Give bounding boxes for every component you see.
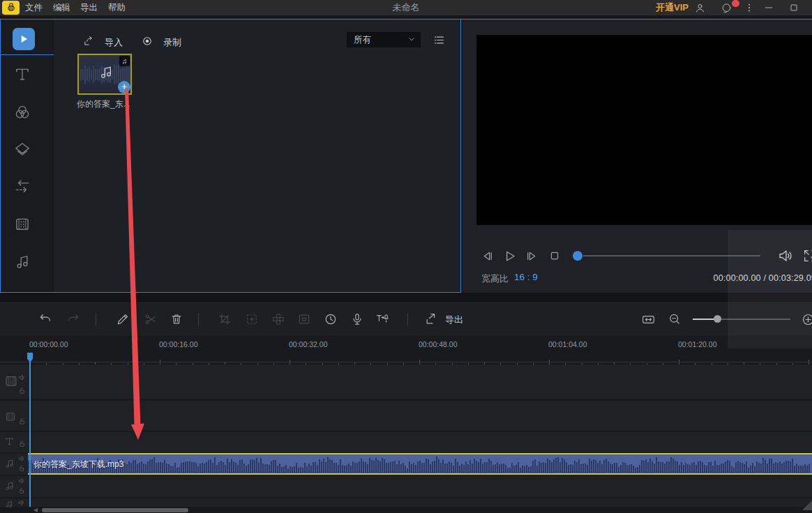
- track-pip[interactable]: [0, 401, 812, 431]
- track-text[interactable]: [0, 432, 812, 452]
- zoom-out-icon[interactable]: [668, 312, 682, 326]
- lock-track-icon[interactable]: [18, 418, 26, 425]
- active-tab-underline: [0, 54, 54, 55]
- delete-button[interactable]: [170, 312, 183, 326]
- stop-button[interactable]: [548, 249, 562, 263]
- export-button[interactable]: 导出: [445, 314, 463, 326]
- edit-button[interactable]: [116, 312, 130, 326]
- mute-track-icon[interactable]: [18, 374, 26, 381]
- sidebar-tab-music[interactable]: [13, 253, 31, 271]
- ruler-label: 00:00:32.00: [289, 340, 327, 349]
- mute-track-icon[interactable]: [18, 499, 25, 506]
- fullscreen-icon[interactable]: [802, 248, 812, 263]
- sidebar-tab-overlays[interactable]: [13, 103, 31, 121]
- record-button[interactable]: 录制: [163, 36, 181, 49]
- audio-clip-label: 你的答案_东坡下载.mp3: [33, 459, 123, 470]
- hscrollbar-thumb[interactable]: [42, 508, 188, 512]
- menu-export[interactable]: 导出: [80, 0, 98, 15]
- volume-icon[interactable]: [777, 247, 794, 264]
- lock-track-icon[interactable]: [18, 465, 25, 472]
- media-filter-dropdown[interactable]: 所有: [347, 32, 421, 47]
- titlebar: 文件 编辑 导出 帮助 未命名 开通VIP: [0, 0, 812, 15]
- text-track-icon: [4, 436, 15, 447]
- menu-edit[interactable]: 编辑: [53, 0, 70, 15]
- track-audio2[interactable]: [0, 476, 812, 497]
- ruler-label: 00:00:48.00: [419, 340, 457, 349]
- split-button[interactable]: [144, 312, 158, 326]
- media-item-label: 你的答案_东...: [77, 98, 135, 110]
- scroll-left-arrow-icon[interactable]: [33, 508, 38, 512]
- video-track-icon: [3, 374, 19, 389]
- message-icon[interactable]: [721, 2, 732, 14]
- panel-top-border: [0, 19, 812, 20]
- music-note-icon: [98, 63, 114, 82]
- lock-track-icon[interactable]: [18, 387, 26, 395]
- pip-track-icon: [4, 411, 17, 423]
- audio-track-icon: [3, 480, 15, 492]
- notification-badge: [732, 0, 739, 7]
- aspect-ratio-value[interactable]: 16 : 9: [514, 272, 538, 282]
- sidebar-tab-elements[interactable]: [13, 215, 31, 233]
- audio-clip[interactable]: 你的答案_东坡下载.mp3: [28, 453, 812, 475]
- timeline-ruler[interactable]: 00:00:00.0000:00:16.0000:00:32.0000:00:4…: [0, 340, 812, 350]
- menu-file[interactable]: 文件: [25, 0, 43, 15]
- list-view-icon[interactable]: [433, 33, 446, 47]
- lock-track-icon[interactable]: [18, 440, 26, 447]
- audio-waveform: [28, 455, 812, 473]
- zoom-in-icon[interactable]: [801, 312, 812, 327]
- sidebar-tab-transitions[interactable]: [13, 141, 31, 159]
- fit-timeline-icon[interactable]: [641, 312, 656, 327]
- minimize-button[interactable]: [763, 2, 774, 13]
- resize-grip-icon[interactable]: [802, 500, 812, 510]
- video-preview: [476, 35, 812, 225]
- freeze-frame-button[interactable]: [297, 312, 311, 326]
- ruler-baseline: [0, 362, 812, 362]
- vip-button[interactable]: 开通VIP: [656, 0, 689, 15]
- menu-help[interactable]: 帮助: [108, 0, 126, 15]
- playhead-line[interactable]: [29, 362, 31, 507]
- sidebar-tab-media[interactable]: [13, 28, 35, 50]
- toolbar-divider: [198, 313, 199, 326]
- export-icon[interactable]: [424, 312, 438, 326]
- record-icon[interactable]: [141, 35, 153, 47]
- previous-frame-button[interactable]: [481, 249, 495, 263]
- import-button[interactable]: 导入: [105, 36, 123, 49]
- seek-bar[interactable]: [583, 255, 760, 256]
- next-frame-button[interactable]: [524, 249, 539, 263]
- add-to-timeline-button[interactable]: +: [118, 81, 130, 93]
- lock-track-icon[interactable]: [18, 487, 25, 494]
- mute-track-icon[interactable]: [18, 477, 25, 484]
- account-icon[interactable]: [694, 2, 706, 14]
- play-button[interactable]: [502, 248, 518, 264]
- ruler-label: 00:00:00.00: [29, 340, 68, 349]
- import-icon[interactable]: [83, 36, 95, 47]
- more-menu-icon[interactable]: [744, 2, 755, 13]
- redo-button[interactable]: [66, 312, 80, 326]
- zoom-fit-selection-button[interactable]: [245, 312, 259, 326]
- timeline-zoom-handle[interactable]: [714, 315, 721, 323]
- crop-button[interactable]: [218, 312, 232, 326]
- toolbar-divider: [407, 313, 408, 326]
- track-audio3[interactable]: [0, 498, 812, 507]
- ruler-label: 00:01:20.00: [678, 340, 716, 349]
- maximize-button[interactable]: [788, 2, 799, 13]
- text-to-speech-button[interactable]: [374, 312, 391, 326]
- sidebar-tab-text[interactable]: [13, 66, 31, 84]
- undo-button[interactable]: [38, 312, 52, 326]
- timecode-display: 00:00:00.00 / 00:03:29.09: [714, 273, 812, 283]
- ruler-label: 00:00:16.00: [159, 340, 197, 349]
- chevron-down-icon: [407, 34, 416, 44]
- media-filter-value: 所有: [354, 35, 371, 45]
- mosaic-button[interactable]: [271, 312, 285, 326]
- aspect-ratio-label: 宽高比: [481, 273, 509, 285]
- app-logo-icon[interactable]: [2, 1, 20, 15]
- audio-type-badge-icon: ♫: [119, 56, 130, 66]
- voiceover-button[interactable]: [350, 312, 364, 326]
- track-video[interactable]: [0, 365, 812, 399]
- toolbar-divider: [96, 313, 96, 326]
- mute-track-icon[interactable]: [18, 455, 25, 462]
- sidebar-tab-split[interactable]: [13, 178, 31, 196]
- duration-button[interactable]: [324, 312, 338, 326]
- ruler-label: 00:01:04.00: [548, 340, 587, 349]
- seek-handle[interactable]: [573, 251, 582, 261]
